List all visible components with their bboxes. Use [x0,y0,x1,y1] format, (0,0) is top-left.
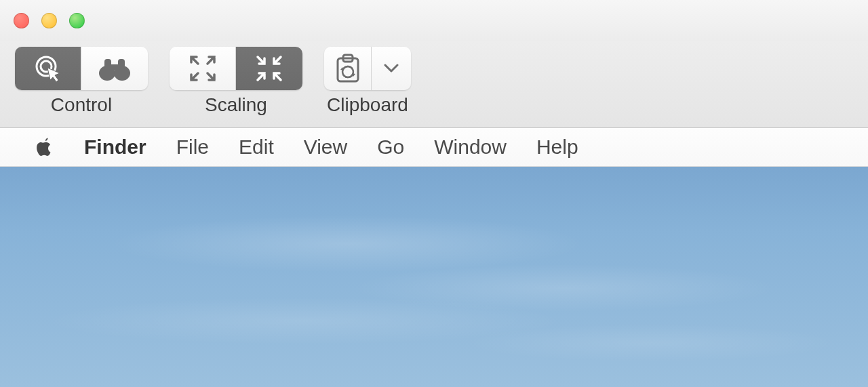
expand-arrows-icon [187,53,218,84]
svg-rect-6 [111,64,119,70]
menubar-item-help[interactable]: Help [536,136,578,159]
scaling-actual-button[interactable] [236,47,302,90]
svg-rect-4 [104,59,111,70]
control-cursor-button[interactable] [15,47,81,90]
toolbar-group-label: Clipboard [327,94,408,116]
clipboard-segment [324,47,411,90]
menubar-item-edit[interactable]: Edit [239,136,274,159]
window-zoom-button[interactable] [69,13,85,28]
scaling-fit-button[interactable] [170,47,236,90]
cursor-target-icon [33,53,64,84]
control-observe-button[interactable] [81,47,148,90]
toolbar-group-scaling: Scaling [170,47,302,116]
traffic-lights [14,13,85,28]
svg-rect-5 [118,59,125,70]
window-minimize-button[interactable] [41,13,57,28]
binoculars-icon [98,55,132,82]
contract-arrows-icon [254,53,285,84]
control-segment [15,47,148,90]
menubar-item-view[interactable]: View [304,136,347,159]
chevron-down-icon [384,64,399,73]
toolbar: Control [0,41,868,128]
toolbar-group-control: Control [15,47,148,116]
apple-menu-icon[interactable] [34,137,54,157]
menubar-item-window[interactable]: Window [434,136,507,159]
remote-menubar: Finder File Edit View Go Window Help [0,128,868,167]
titlebar [0,0,868,41]
clipboard-sync-button[interactable] [324,47,372,90]
menubar-item-go[interactable]: Go [377,136,404,159]
screen-sharing-window: Control [0,0,868,387]
remote-desktop-background[interactable] [0,167,868,387]
menubar-item-file[interactable]: File [176,136,209,159]
clipboard-sync-icon [334,53,362,84]
menubar-app-name[interactable]: Finder [84,136,146,159]
toolbar-group-label: Control [51,94,112,116]
clipboard-menu-button[interactable] [372,47,411,90]
toolbar-group-clipboard: Clipboard [324,47,411,116]
window-close-button[interactable] [14,13,29,28]
toolbar-group-label: Scaling [205,94,267,116]
scaling-segment [170,47,302,90]
